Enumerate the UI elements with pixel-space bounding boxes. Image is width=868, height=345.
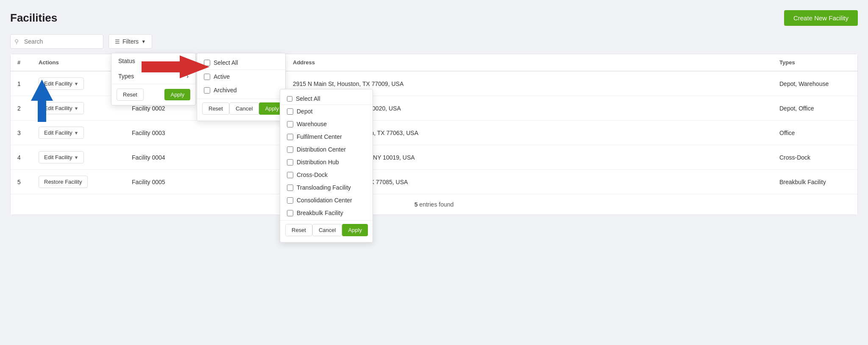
cell-alias: Facility 0005: [125, 170, 201, 194]
search-icon: ⚲: [14, 38, 19, 45]
filter-reset-button[interactable]: Reset: [117, 88, 144, 101]
edit-facility-button[interactable]: Edit Facility ▼: [39, 77, 84, 90]
types-option-checkbox[interactable]: [287, 146, 293, 153]
filter-icon: ☰: [115, 39, 120, 45]
search-input[interactable]: [10, 34, 103, 49]
types-option-label: Consolidation Center: [297, 197, 352, 204]
types-option-checkbox[interactable]: [287, 108, 293, 115]
table-row: 4 Edit Facility ▼ Facility 0004 2 Columb…: [11, 145, 857, 170]
create-new-facility-button[interactable]: Create New Facility: [784, 10, 858, 26]
filter-dropdown: Status › Types › Reset Apply: [111, 53, 196, 105]
types-option-label: Transloading Facility: [297, 184, 351, 191]
types-options-list: DepotWarehouseFulfilment CenterDistribut…: [280, 105, 373, 219]
types-popup: Select All DepotWarehouseFulfilment Cent…: [280, 89, 373, 243]
cell-actions: Restore Facility: [32, 170, 125, 194]
types-reset-button[interactable]: Reset: [285, 224, 312, 236]
cell-alias: Facility 0004: [125, 145, 201, 170]
entries-found-footer: 5 entries found: [11, 194, 857, 215]
status-option-active[interactable]: Active: [197, 70, 285, 83]
types-option-label: Distribution Hub: [297, 159, 339, 166]
types-option-checkbox[interactable]: [287, 121, 293, 127]
cell-name: [201, 170, 286, 194]
status-archived-checkbox[interactable]: [204, 87, 210, 94]
types-cancel-button[interactable]: Cancel: [312, 224, 342, 236]
cell-actions: Edit Facility ▼: [32, 121, 125, 145]
status-popup-actions: Reset Cancel Apply: [197, 99, 285, 118]
cell-num: 2: [11, 96, 32, 121]
table-row: 3 Edit Facility ▼ Facility 0003 8605 Wes…: [11, 121, 857, 145]
cell-types: Depot, Warehouse: [773, 71, 857, 96]
types-option[interactable]: Transloading Facility: [280, 181, 373, 194]
types-option-checkbox[interactable]: [287, 185, 293, 191]
edit-facility-button[interactable]: Edit Facility ▼: [39, 151, 84, 163]
status-option-archived[interactable]: Archived: [197, 83, 285, 97]
page-title: Facilities: [10, 11, 57, 25]
status-archived-label: Archived: [214, 87, 236, 94]
status-active-label: Active: [214, 73, 230, 80]
chevron-down-icon: ▼: [141, 39, 146, 44]
types-option[interactable]: Distribution Hub: [280, 156, 373, 168]
edit-facility-button[interactable]: Edit Facility ▼: [39, 127, 84, 139]
filter-menu-types[interactable]: Types ›: [111, 69, 195, 84]
types-option[interactable]: Warehouse: [280, 118, 373, 130]
types-select-all[interactable]: Select All: [280, 92, 373, 105]
types-apply-button[interactable]: Apply: [342, 224, 368, 236]
cell-name: [201, 121, 286, 145]
chevron-down-icon: ▼: [74, 81, 78, 86]
chevron-down-icon: ▼: [74, 155, 78, 160]
status-label: Status: [118, 58, 135, 64]
cell-actions: Edit Facility ▼: [32, 145, 125, 170]
chevron-down-icon: ▼: [74, 130, 78, 135]
cell-alias: Facility 0003: [125, 121, 201, 145]
cell-types: Office: [773, 121, 857, 145]
types-option-label: Cross-Dock: [297, 171, 328, 178]
table-row: 5 Restore Facility Facility 0005 14440 H…: [11, 170, 857, 194]
filter-apply-button[interactable]: Apply: [164, 89, 190, 100]
status-select-all[interactable]: Select All: [197, 56, 285, 69]
restore-facility-button[interactable]: Restore Facility: [39, 176, 88, 188]
types-option[interactable]: Fulfilment Center: [280, 130, 373, 143]
types-option-checkbox[interactable]: [287, 134, 293, 140]
status-cancel-button[interactable]: Cancel: [229, 102, 259, 115]
types-option-label: Distribution Center: [297, 146, 346, 153]
status-reset-button[interactable]: Reset: [202, 102, 229, 115]
cell-name: [201, 145, 286, 170]
types-option-checkbox[interactable]: [287, 172, 293, 178]
cell-num: 1: [11, 71, 32, 96]
types-label: Types: [118, 73, 134, 80]
types-popup-actions: Reset Cancel Apply: [280, 220, 373, 240]
cell-types: Depot, Office: [773, 96, 857, 121]
status-popup: Select All Active Archived Reset Cancel …: [197, 53, 286, 121]
status-select-all-label: Select All: [214, 59, 238, 66]
edit-facility-button[interactable]: Edit Facility ▼: [39, 102, 84, 114]
filters-button[interactable]: ☰ Filters ▼: [108, 34, 152, 49]
types-option-label: Warehouse: [297, 121, 327, 127]
col-header-address: Address: [286, 54, 773, 71]
chevron-right-icon: ›: [186, 73, 189, 80]
cell-num: 3: [11, 121, 32, 145]
types-option[interactable]: Depot: [280, 105, 373, 118]
chevron-down-icon: ▼: [74, 106, 78, 111]
types-option[interactable]: Consolidation Center: [280, 194, 373, 207]
cell-types: Breakbulk Facility: [773, 170, 857, 194]
types-select-all-checkbox[interactable]: [287, 96, 292, 102]
types-option[interactable]: Breakbulk Facility: [280, 207, 373, 219]
filters-label: Filters: [122, 38, 139, 45]
col-header-num: #: [11, 54, 32, 71]
types-option-checkbox[interactable]: [287, 159, 293, 166]
types-option-label: Fulfilment Center: [297, 133, 342, 140]
types-option-label: Breakbulk Facility: [297, 210, 343, 216]
filter-menu-status[interactable]: Status ›: [111, 53, 195, 69]
col-header-types: Types: [773, 54, 857, 71]
status-active-checkbox[interactable]: [204, 74, 210, 80]
status-select-all-checkbox[interactable]: [204, 60, 210, 66]
types-option-checkbox[interactable]: [287, 197, 293, 204]
cell-num: 5: [11, 170, 32, 194]
cell-types: Cross-Dock: [773, 145, 857, 170]
search-wrap: ⚲: [10, 34, 103, 49]
types-option[interactable]: Distribution Center: [280, 143, 373, 156]
cell-num: 4: [11, 145, 32, 170]
types-option-label: Depot: [297, 108, 312, 115]
types-option[interactable]: Cross-Dock: [280, 168, 373, 181]
types-option-checkbox[interactable]: [287, 210, 293, 216]
